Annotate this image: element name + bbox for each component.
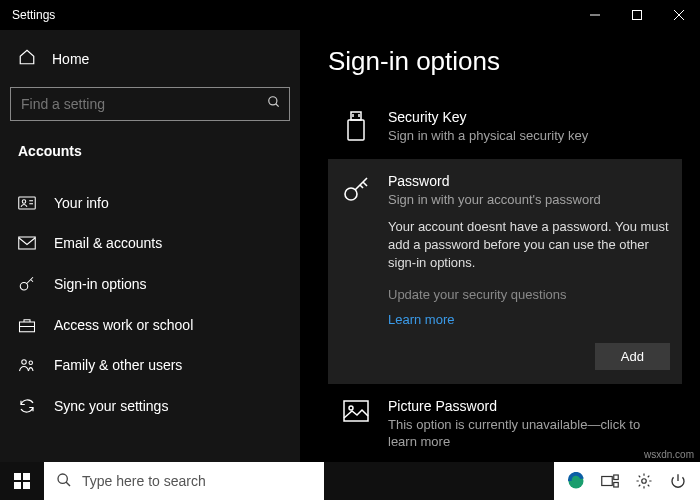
content-area: Home Accounts Your info xyxy=(0,30,700,462)
option-picture-password[interactable]: Picture Password This option is currentl… xyxy=(328,384,682,462)
people-icon xyxy=(18,357,36,373)
main-panel: Sign-in options Security Key Sign in wit… xyxy=(300,30,700,462)
start-button[interactable] xyxy=(0,462,44,500)
svg-rect-23 xyxy=(14,473,21,480)
search-icon xyxy=(267,95,281,113)
add-row: Add xyxy=(388,343,670,370)
option-title: Security Key xyxy=(388,109,670,125)
option-title: Password xyxy=(388,173,670,189)
taskbar: Type here to search xyxy=(0,462,700,500)
task-view-icon[interactable] xyxy=(600,471,620,491)
svg-point-14 xyxy=(22,360,27,365)
add-button[interactable]: Add xyxy=(595,343,670,370)
svg-point-33 xyxy=(642,479,647,484)
svg-rect-1 xyxy=(633,11,642,20)
taskbar-search-placeholder: Type here to search xyxy=(82,473,206,489)
sidebar: Home Accounts Your info xyxy=(0,30,300,462)
svg-line-28 xyxy=(66,482,70,486)
svg-point-7 xyxy=(22,200,25,203)
option-sub: Sign in with your account's password xyxy=(388,191,670,209)
svg-rect-25 xyxy=(14,482,21,489)
nav-email-accounts[interactable]: Email & accounts xyxy=(0,223,300,263)
home-icon xyxy=(18,48,36,69)
search-input[interactable] xyxy=(21,96,267,112)
svg-rect-6 xyxy=(19,197,36,209)
nav-sync-settings[interactable]: Sync your settings xyxy=(0,385,300,427)
mail-icon xyxy=(18,236,36,250)
settings-gear-icon[interactable] xyxy=(634,471,654,491)
titlebar: Settings xyxy=(0,0,700,30)
option-password[interactable]: Password Sign in with your account's pas… xyxy=(328,159,682,384)
nav-label: Sync your settings xyxy=(54,398,168,414)
svg-line-5 xyxy=(276,104,279,107)
usb-key-icon xyxy=(340,109,372,145)
window-title: Settings xyxy=(0,8,574,22)
briefcase-icon xyxy=(18,317,36,333)
category-label: Accounts xyxy=(0,133,300,169)
nav-label: Sign-in options xyxy=(54,276,147,292)
watermark: wsxdn.com xyxy=(644,449,694,460)
system-tray xyxy=(554,462,700,500)
person-card-icon xyxy=(18,196,36,210)
option-sub: Sign in with a physical security key xyxy=(388,127,670,145)
svg-rect-10 xyxy=(19,237,36,249)
svg-rect-17 xyxy=(348,120,364,140)
svg-rect-31 xyxy=(614,475,619,480)
maximize-button[interactable] xyxy=(616,0,658,30)
nav-your-info[interactable]: Your info xyxy=(0,183,300,223)
settings-window: Settings Home Accounts xyxy=(0,0,700,462)
svg-rect-21 xyxy=(344,401,368,421)
svg-rect-30 xyxy=(602,477,613,486)
svg-point-15 xyxy=(29,361,32,364)
svg-rect-32 xyxy=(614,483,619,488)
option-body: Picture Password This option is currentl… xyxy=(388,398,670,451)
password-detail: Your account doesnt have a password. You… xyxy=(388,218,670,273)
minimize-button[interactable] xyxy=(574,0,616,30)
nav-label: Your info xyxy=(54,195,109,211)
key-large-icon xyxy=(340,173,372,370)
close-button[interactable] xyxy=(658,0,700,30)
option-sub: This option is currently unavailable—cli… xyxy=(388,416,670,451)
option-security-key[interactable]: Security Key Sign in with a physical sec… xyxy=(328,95,682,159)
learn-more-link[interactable]: Learn more xyxy=(388,312,670,327)
taskbar-search[interactable]: Type here to search xyxy=(44,462,324,500)
sync-icon xyxy=(18,397,36,415)
home-label: Home xyxy=(52,51,89,67)
nav-access-work[interactable]: Access work or school xyxy=(0,305,300,345)
svg-point-27 xyxy=(58,474,67,483)
nav-signin-options[interactable]: Sign-in options xyxy=(0,263,300,305)
svg-point-4 xyxy=(269,97,277,105)
svg-rect-24 xyxy=(23,473,30,480)
nav-label: Email & accounts xyxy=(54,235,162,251)
picture-icon xyxy=(340,398,372,451)
key-icon xyxy=(18,275,36,293)
svg-point-22 xyxy=(349,406,353,410)
update-security-questions-link[interactable]: Update your security questions xyxy=(388,287,670,302)
option-body: Security Key Sign in with a physical sec… xyxy=(388,109,670,145)
nav-family-users[interactable]: Family & other users xyxy=(0,345,300,385)
search-icon xyxy=(56,472,72,491)
power-icon[interactable] xyxy=(668,471,688,491)
option-body: Password Sign in with your account's pas… xyxy=(388,173,670,370)
nav-label: Access work or school xyxy=(54,317,193,333)
page-heading: Sign-in options xyxy=(328,46,682,77)
search-box[interactable] xyxy=(10,87,290,121)
nav-list: Your info Email & accounts Sign-in optio… xyxy=(0,183,300,427)
option-title: Picture Password xyxy=(388,398,670,414)
edge-icon[interactable] xyxy=(566,471,586,491)
home-nav[interactable]: Home xyxy=(0,38,300,79)
nav-label: Family & other users xyxy=(54,357,182,373)
svg-rect-26 xyxy=(23,482,30,489)
